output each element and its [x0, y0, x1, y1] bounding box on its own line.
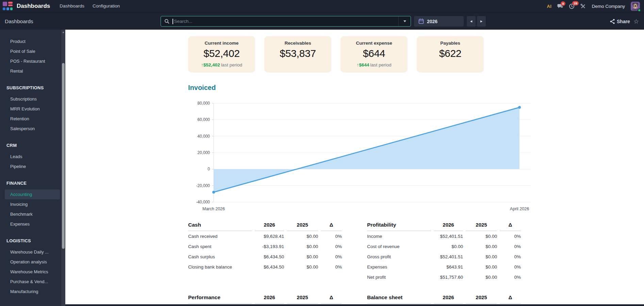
messages-button[interactable]: 9: [557, 4, 563, 9]
kpi-card[interactable]: Current income $52,402 ↑$52,402last peri…: [188, 36, 255, 73]
svg-text:-40,000: -40,000: [196, 200, 210, 204]
sidebar-item[interactable]: Pipeline: [5, 162, 60, 171]
tools-button[interactable]: [580, 3, 586, 9]
sidebar-item[interactable]: Manufacturing: [5, 287, 60, 296]
period-filter-button[interactable]: 2026: [414, 16, 464, 27]
sidebar-section-items: ProductPoint of SalePOS - RestaurantRent…: [0, 36, 61, 76]
sidebar-section: SERVICES: [0, 303, 61, 306]
company-switcher[interactable]: Demo Company: [592, 4, 625, 9]
sidebar-section-title: FINANCE: [0, 178, 61, 188]
kpi-delta: [417, 62, 484, 67]
financial-table: Cash 2026 2025 Δ Cash received $9,628.41: [188, 221, 345, 282]
activities-button[interactable]: 28: [569, 3, 575, 9]
row-delta: 0%: [500, 272, 521, 282]
previous-period-button[interactable]: ◀: [467, 16, 476, 27]
sidebar-item[interactable]: Point of Sale: [5, 46, 60, 56]
row-value-2026: $51,757.60: [434, 272, 463, 282]
table-title: Balance sheet: [367, 294, 431, 304]
top-menu-item[interactable]: Configuration: [88, 0, 124, 12]
bottom-strip: [65, 304, 644, 306]
column-header: 2026: [255, 294, 284, 304]
kpi-cards: Current income $52,402 ↑$52,402last peri…: [188, 36, 531, 73]
scroll-up-icon[interactable]: ▲: [61, 31, 65, 34]
row-value-2026: $52,401.51: [434, 251, 463, 262]
search-input[interactable]: [174, 19, 399, 24]
arrow-up-icon: ↑: [201, 62, 203, 67]
sidebar-item[interactable]: Rental: [5, 66, 60, 76]
row-delta: 0%: [500, 231, 521, 241]
top-menu-item[interactable]: Dashboards: [55, 0, 88, 12]
sidebar-item[interactable]: Warehouse Daily ...: [5, 247, 60, 257]
sidebar-item[interactable]: Product: [5, 36, 60, 46]
sidebar-item[interactable]: Benchmark: [5, 209, 60, 219]
financial-table: Profitability 2026 2025 Δ Income $52,401…: [367, 221, 524, 282]
dashboard-main: Current income $52,402 ↑$52,402last peri…: [65, 30, 644, 306]
kpi-value: $622: [417, 48, 484, 59]
row-value-2026: $52,401.51: [434, 231, 463, 241]
avatar[interactable]: [631, 2, 640, 11]
kpi-delta-value: $52,402: [203, 62, 220, 67]
row-value-2025: $0.00: [466, 231, 497, 241]
sidebar-scrollbar[interactable]: ▲: [61, 30, 65, 306]
sidebar-section-title: SERVICES: [0, 303, 61, 306]
kpi-card[interactable]: Receivables $53,837: [264, 36, 331, 73]
invoiced-area-chart[interactable]: 80,00060,00040,00020,0000-20,000-40,000M…: [188, 96, 531, 212]
kpi-value: $52,402: [188, 48, 255, 59]
sidebar-scrollbar-thumb[interactable]: [62, 63, 65, 249]
favorite-star-button[interactable]: ☆: [633, 16, 639, 27]
table-header-row: Profitability 2026 2025 Δ: [367, 221, 521, 231]
kpi-card[interactable]: Current expense $644 ↑$644last period: [341, 36, 408, 73]
sidebar-item[interactable]: Leads: [5, 152, 60, 162]
row-value-2025: $0.00: [466, 262, 497, 272]
column-header: 2025: [287, 221, 318, 231]
sidebar-section-items: AccountingInvoicingBenchmarkExpenses: [0, 189, 61, 229]
row-label: Cash received: [188, 231, 252, 241]
share-label: Share: [617, 19, 630, 24]
apps-grid-icon[interactable]: [3, 1, 13, 11]
row-label: Expenses: [367, 262, 431, 272]
sidebar-section: FINANCE AccountingInvoicingBenchmarkExpe…: [0, 178, 61, 229]
activities-badge: 28: [572, 1, 579, 6]
sidebar-item[interactable]: Warehouse Metrics: [5, 267, 60, 277]
kpi-card[interactable]: Payables $622: [417, 36, 484, 73]
sidebar-item[interactable]: Purchase & Vend...: [5, 277, 60, 287]
column-header: Δ: [500, 221, 521, 231]
kpi-label: Current income: [188, 41, 255, 46]
row-delta: 0%: [321, 251, 342, 262]
table-row: Cash surplus $6,434.50 $0.00 0%: [188, 251, 342, 262]
sidebar-item[interactable]: POS - Restaurant: [5, 56, 60, 66]
kpi-value: $53,837: [264, 48, 331, 59]
sidebar-item[interactable]: Salesperson: [5, 124, 60, 134]
table-title: Cash: [188, 221, 252, 231]
ai-icon[interactable]: AI: [547, 4, 551, 9]
next-period-button[interactable]: ▶: [477, 16, 486, 27]
sidebar-section-title: LOGISTICS: [0, 236, 61, 246]
row-delta: 0%: [500, 251, 521, 262]
row-value-2025: $0.00: [466, 251, 497, 262]
share-button[interactable]: Share: [610, 16, 630, 27]
row-value-2026: $6,434.50: [255, 251, 284, 262]
sidebar-item[interactable]: Retention: [5, 114, 60, 124]
sidebar-item[interactable]: Subscriptions: [5, 94, 60, 104]
sidebar-item[interactable]: MRR Evolution: [5, 104, 60, 114]
sidebar-section: SUBSCRIPTIONS SubscriptionsMRR Evolution…: [0, 83, 61, 134]
row-value-2026: $9,628.41: [255, 231, 284, 241]
row-value-2025: $0.00: [466, 272, 497, 282]
row-label: Closing bank balance: [188, 262, 252, 272]
svg-text:80,000: 80,000: [197, 101, 210, 106]
sidebar-item[interactable]: Accounting: [5, 189, 60, 199]
column-header: 2025: [466, 221, 497, 231]
sidebar-item[interactable]: Invoicing: [5, 199, 60, 209]
search-options-toggle[interactable]: [398, 16, 411, 26]
tools-icon: [580, 3, 586, 9]
table-row: Net profit $51,757.60 $0.00 0%: [367, 272, 521, 282]
navbar-right: AI 9 28 Demo Company: [547, 2, 640, 11]
breadcrumb[interactable]: Dashboards: [5, 13, 33, 30]
column-header: 2026: [255, 221, 284, 231]
sidebar-item[interactable]: Operation analysis: [5, 257, 60, 267]
sidebar-item[interactable]: Expenses: [5, 219, 60, 229]
search-box: [161, 16, 411, 27]
table-row: Cash spent -$3,193.91 $0.00 0%: [188, 241, 342, 251]
column-header: 2025: [466, 294, 497, 304]
kpi-label: Payables: [417, 41, 484, 46]
